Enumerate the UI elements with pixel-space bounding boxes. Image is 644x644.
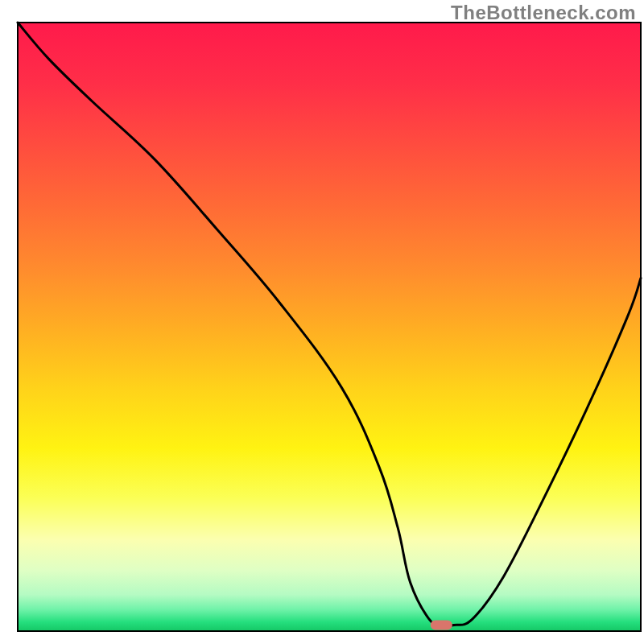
optimal-point-marker <box>431 620 452 630</box>
plot-background <box>18 23 641 631</box>
chart-stage: TheBottleneck.com <box>0 0 644 644</box>
bottleneck-chart-svg <box>0 0 644 644</box>
